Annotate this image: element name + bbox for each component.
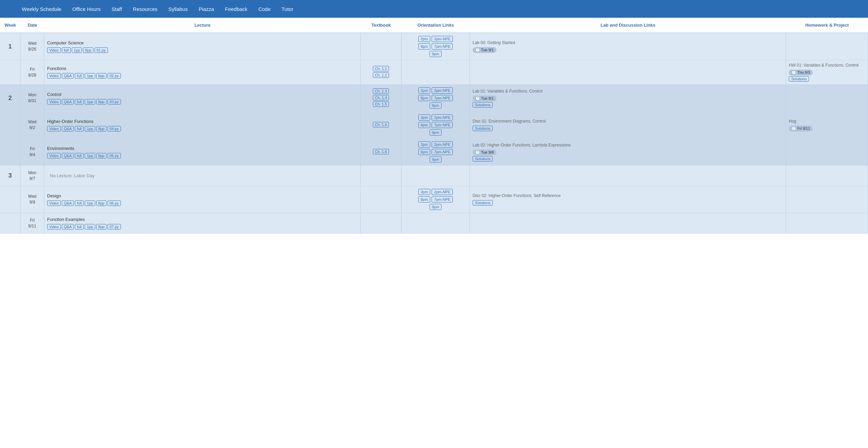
textbook-tag[interactable]: Ch. 1.5 — [373, 101, 389, 107]
lecture-tag[interactable]: 07.py — [108, 224, 121, 229]
cell-week: 1 — [0, 33, 20, 60]
lecture-tag[interactable]: Video — [47, 73, 61, 79]
time-tag[interactable]: 6pm — [418, 149, 430, 155]
cell-date: Fri 9/4 — [20, 139, 44, 165]
time-tag[interactable]: 2pm — [418, 87, 430, 94]
lecture-tag[interactable]: 8pp — [96, 153, 107, 158]
orient-row: 9pm — [430, 102, 442, 109]
time-tag[interactable]: 7pm-NPE — [432, 122, 453, 128]
lecture-tag[interactable]: 8pp — [96, 200, 107, 206]
lecture-tag[interactable]: full — [75, 99, 84, 104]
table-row: Wed 9/9DesignVideoQ&Afull1pp8pp06.py2pm2… — [0, 186, 868, 213]
lecture-tag[interactable]: Q&A — [62, 126, 74, 131]
time-tag[interactable]: 9pm — [430, 156, 442, 163]
nav-link-code[interactable]: Code — [258, 6, 271, 12]
nav-link-staff[interactable]: Staff — [112, 6, 122, 12]
lecture-tag[interactable]: 8pp — [96, 99, 107, 104]
time-tag[interactable]: 2pm-NPE — [432, 114, 453, 121]
time-tag[interactable]: 9pm — [430, 129, 442, 136]
time-tag[interactable]: 9pm — [430, 204, 442, 210]
time-tag[interactable]: 2pm-NPE — [432, 36, 453, 42]
lecture-tag[interactable]: Video — [47, 153, 61, 158]
lecture-tag[interactable]: 1pp — [85, 99, 95, 104]
cell-orientation-links: 2pm2pm-NPE6pm7pm-NPE9pm — [402, 85, 470, 111]
lecture-tag[interactable]: full — [75, 200, 84, 206]
lecture-tag[interactable]: 01.py — [95, 47, 108, 53]
hw-solutions-tag[interactable]: Solutions — [789, 76, 809, 82]
solutions-tag[interactable]: Solutions — [473, 200, 493, 206]
nav-link-piazza[interactable]: Piazza — [199, 6, 214, 12]
lecture-tag[interactable]: 1pp — [72, 47, 82, 53]
lecture-tag[interactable]: Video — [47, 47, 61, 53]
lecture-tag[interactable]: full — [75, 73, 84, 79]
lecture-tag[interactable]: 8pp — [96, 224, 107, 229]
time-tag[interactable]: 2pm-NPE — [432, 141, 453, 148]
textbook-tag[interactable]: Ch. 1.1 — [373, 66, 389, 71]
lecture-tag[interactable]: Video — [47, 224, 61, 229]
lecture-tag[interactable]: 1pp — [85, 224, 95, 229]
lecture-tag[interactable]: 8pp — [83, 47, 93, 53]
nav-link-feedback[interactable]: Feedback — [225, 6, 248, 12]
lecture-tag[interactable]: 1pp — [85, 126, 95, 131]
lecture-tag[interactable]: 8pp — [96, 73, 107, 79]
time-tag[interactable]: 6pm — [418, 95, 430, 101]
time-tag[interactable]: 7pm-NPE — [432, 43, 453, 50]
nav-link-resources[interactable]: Resources — [133, 6, 157, 12]
solutions-tag[interactable]: Solutions — [473, 156, 493, 162]
lab-title: Disc 01: Environment Diagrams, Control — [473, 119, 546, 124]
lecture-tag[interactable]: full — [75, 126, 84, 131]
table-header: WeekDateLectureTextbookOrientation Links… — [0, 18, 868, 33]
lecture-tag[interactable]: Video — [47, 99, 61, 104]
time-tag[interactable]: 2pm — [418, 189, 430, 195]
lecture-tag[interactable]: Video — [47, 126, 61, 131]
time-tag[interactable]: 6pm — [418, 43, 430, 50]
nav-link-tutor[interactable]: Tutor — [281, 6, 293, 12]
time-tag[interactable]: 2pm-NPE — [432, 189, 453, 195]
lecture-tag[interactable]: Q&A — [62, 153, 74, 158]
lecture-tag[interactable]: full — [75, 224, 84, 229]
time-tag[interactable]: 9pm — [430, 102, 442, 109]
textbook-tag[interactable]: Ch. 1.6 — [373, 149, 389, 154]
cell-lab-links: Disc 02: Higher-Order Functions, Self Re… — [470, 186, 786, 213]
cell-textbook: Ch. 1.6 — [361, 139, 402, 165]
time-tag[interactable]: 6pm — [418, 196, 430, 202]
lecture-tag[interactable]: full — [75, 153, 84, 158]
solutions-tag[interactable]: Solutions — [473, 126, 493, 131]
header-col-textbook: Textbook — [361, 21, 402, 29]
lecture-tag[interactable]: Q&A — [62, 99, 74, 104]
textbook-tag[interactable]: Ch. 1.2 — [373, 72, 389, 78]
lecture-tag[interactable]: 02.py — [108, 73, 121, 79]
textbook-tag[interactable]: Ch. 1.4 — [373, 95, 389, 100]
lecture-tag[interactable]: 05.py — [108, 153, 121, 158]
time-tag[interactable]: 2pm — [418, 114, 430, 121]
time-tag[interactable]: 2pm-NPE — [432, 87, 453, 94]
lecture-tag[interactable]: Q&A — [62, 224, 74, 229]
no-lecture-text: No Lecture: Labor Day — [47, 170, 97, 181]
lecture-tag[interactable]: Q&A — [62, 73, 74, 79]
time-tag[interactable]: 7pm-NPE — [432, 95, 453, 101]
time-tag[interactable]: 7pm-NPE — [432, 196, 453, 202]
solutions-tag[interactable]: Solutions — [473, 102, 493, 108]
lecture-tag[interactable]: Video — [47, 200, 61, 206]
lecture-tag[interactable]: 1pp — [85, 73, 95, 79]
lecture-tag[interactable]: 04.py — [108, 126, 121, 131]
textbook-tag[interactable]: Ch. 1.6 — [373, 122, 389, 127]
cell-week — [0, 186, 20, 213]
lecture-tag[interactable]: 06.py — [108, 200, 121, 206]
lecture-tag[interactable]: full — [62, 47, 71, 53]
nav-link-office-hours[interactable]: Office Hours — [72, 6, 101, 12]
time-tag[interactable]: 9pm — [430, 51, 442, 57]
time-tag[interactable]: 7pm-NPE — [432, 149, 453, 155]
time-tag[interactable]: 2pm — [418, 141, 430, 148]
nav-link-weekly-schedule[interactable]: Weekly Schedule — [22, 6, 61, 12]
time-tag[interactable]: 6pm — [418, 122, 430, 128]
cell-orientation-links: 2pm2pm-NPE6pm7pm-NPE9pm — [402, 33, 470, 60]
textbook-tag[interactable]: Ch. 1.3 — [373, 88, 389, 94]
time-tag[interactable]: 2pm — [418, 36, 430, 42]
lecture-tag[interactable]: 1pp — [85, 153, 95, 158]
lecture-tag[interactable]: 1pp — [85, 200, 95, 206]
lecture-tag[interactable]: 8pp — [96, 126, 107, 131]
lecture-tag[interactable]: 03.py — [108, 99, 121, 104]
nav-link-syllabus[interactable]: Syllabus — [168, 6, 188, 12]
lecture-tag[interactable]: Q&A — [62, 200, 74, 206]
